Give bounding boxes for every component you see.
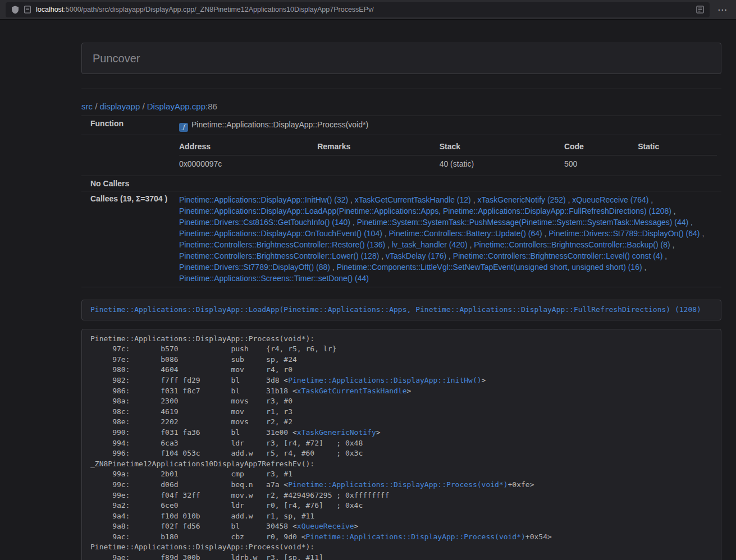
callees-list: Pinetime::Applications::DisplayApp::Init… [175, 191, 721, 287]
breadcrumb-separator: / [93, 102, 100, 111]
url-bar[interactable]: localhost:5000/path/src/displayapp/Displ… [6, 2, 710, 17]
no-callers-cell [175, 176, 721, 191]
loadapp-symbol-link[interactable]: Pinetime::Applications::DisplayApp::Load… [90, 305, 701, 314]
col-header-stack: Stack [440, 138, 564, 155]
breadcrumb: src / displayapp / DisplayApp.cpp:86 [81, 102, 721, 111]
puncover-content: Puncover src / displayapp / DisplayApp.c… [81, 20, 721, 560]
callee-link[interactable]: Pinetime::Controllers::BrightnessControl… [453, 251, 662, 260]
callee-link[interactable]: Pinetime::System::SystemTask::PushMessag… [357, 218, 689, 227]
callee-separator: , [468, 240, 474, 249]
disassembly-panel: Pinetime::Applications::DisplayApp::Proc… [81, 329, 721, 560]
callee-link[interactable]: Pinetime::Applications::DisplayApp::Load… [179, 206, 671, 215]
callee-link[interactable]: Pinetime::Applications::DisplayApp::OnTo… [179, 229, 382, 238]
brand-panel: Puncover [81, 43, 721, 74]
metric-address: 0x0000097c [179, 155, 317, 173]
disasm-symbol-link[interactable]: Pinetime::Applications::DisplayApp::Proc… [288, 480, 508, 489]
callee-separator: , [446, 251, 453, 260]
callee-link[interactable]: Pinetime::Components::LittleVgl::SetNewT… [337, 263, 642, 272]
callee-separator: , [700, 229, 705, 238]
metric-static [638, 155, 717, 173]
metrics-row-label [81, 135, 175, 176]
callee-separator: , [670, 240, 675, 249]
callee-separator: , [379, 251, 386, 260]
callee-link[interactable]: xQueueReceive (764) [572, 195, 648, 204]
disasm-symbol-link[interactable]: Pinetime::Applications::DisplayApp::Proc… [306, 533, 525, 541]
callee-separator: , [382, 229, 389, 238]
callee-link[interactable]: Pinetime::Drivers::St7789::DisplayOff() … [179, 263, 330, 272]
page-info-icon[interactable] [24, 6, 31, 13]
callee-separator: , [648, 195, 653, 204]
disasm-symbol-link[interactable]: xQueueReceive [297, 522, 354, 530]
callee-link[interactable]: Pinetime::Controllers::BrightnessControl… [179, 240, 385, 249]
disasm-symbol-link[interactable]: xTaskGenericNotify [297, 428, 376, 437]
metric-stack: 40 (static) [440, 155, 564, 173]
callee-link[interactable]: Pinetime::Controllers::BrightnessControl… [474, 240, 670, 249]
callee-link[interactable]: lv_task_handler (420) [392, 240, 468, 249]
callee-separator: , [688, 218, 693, 227]
metric-remarks [317, 155, 439, 173]
function-name: Pinetime::Applications::DisplayApp::Proc… [191, 120, 368, 129]
callee-link[interactable]: xTaskGenericNotify (252) [477, 195, 565, 204]
disasm-symbol-link[interactable]: xTaskGetCurrentTaskHandle [297, 387, 407, 395]
browser-toolbar: localhost:5000/path/src/displayapp/Displ… [0, 0, 736, 20]
url-path: :5000/path/src/displayapp/DisplayApp.cpp… [63, 6, 373, 13]
breadcrumb-link-src[interactable]: src [81, 102, 93, 111]
metrics-row: Address Remarks Stack Code Static 0x0000… [81, 135, 721, 176]
function-row: Function ƒPinetime::Applications::Displa… [81, 116, 721, 135]
col-header-code: Code [564, 138, 638, 155]
breadcrumb-separator: / [140, 102, 147, 111]
col-header-address: Address [179, 138, 317, 155]
shield-icon[interactable] [11, 6, 19, 14]
callee-link[interactable]: Pinetime::Controllers::Battery::Update()… [389, 229, 542, 238]
disasm-symbol-link[interactable]: Pinetime::Applications::DisplayApp::Init… [288, 376, 481, 384]
callee-separator: , [542, 229, 549, 238]
url-text: localhost:5000/path/src/displayapp/Displ… [36, 6, 691, 13]
reader-mode-icon[interactable] [696, 6, 704, 13]
callee-link[interactable]: Pinetime::Drivers::Cst816S::GetTouchInfo… [179, 218, 350, 227]
callee-separator: , [385, 240, 392, 249]
col-header-static: Static [638, 138, 717, 155]
col-header-remarks: Remarks [317, 138, 439, 155]
no-callers-label: No Callers [81, 176, 175, 191]
callee-link[interactable]: xTaskGetCurrentTaskHandle (12) [355, 195, 471, 204]
callees-label: Callees (19, Σ=3704 ) [81, 191, 175, 287]
callee-link[interactable]: Pinetime::Applications::Screens::Timer::… [179, 274, 369, 283]
brand-title: Puncover [93, 52, 710, 65]
callee-separator: , [350, 218, 357, 227]
callee-link[interactable]: vTaskDelay (176) [386, 251, 446, 260]
metric-code: 500 [564, 155, 638, 173]
url-host: localhost [36, 6, 63, 13]
callee-link[interactable]: Pinetime::Applications::DisplayApp::Init… [179, 195, 348, 204]
callee-separator: , [662, 251, 667, 260]
page-actions-icon[interactable]: ⋯ [714, 5, 730, 15]
callee-separator: , [671, 206, 676, 215]
callee-link[interactable]: Pinetime::Drivers::St7789::DisplayOn() (… [548, 229, 700, 238]
breadcrumb-link-displayapp[interactable]: displayapp [100, 102, 140, 111]
callee-separator: , [642, 263, 647, 272]
metrics-values-row: 0x0000097c 40 (static) 500 [179, 155, 717, 173]
breadcrumb-link-file[interactable]: DisplayApp.cpp [147, 102, 205, 111]
highlighted-symbol-panel: Pinetime::Applications::DisplayApp::Load… [81, 300, 721, 320]
callee-separator: , [348, 195, 355, 204]
callee-link[interactable]: Pinetime::Controllers::BrightnessControl… [179, 251, 379, 260]
breadcrumb-line-number: :86 [205, 102, 217, 111]
function-label: Function [81, 116, 175, 135]
function-icon: ƒ [179, 123, 188, 132]
function-cell: ƒPinetime::Applications::DisplayApp::Pro… [175, 116, 721, 135]
metrics-header-row: Address Remarks Stack Code Static [179, 138, 717, 155]
function-table: Function ƒPinetime::Applications::Displa… [81, 116, 721, 287]
metrics-table: Address Remarks Stack Code Static 0x0000… [179, 138, 717, 173]
divider [81, 89, 721, 89]
callee-separator: , [566, 195, 573, 204]
callee-separator: , [330, 263, 337, 272]
callee-separator: , [471, 195, 478, 204]
metrics-cell: Address Remarks Stack Code Static 0x0000… [175, 135, 721, 176]
no-callers-row: No Callers [81, 176, 721, 191]
callees-row: Callees (19, Σ=3704 ) Pinetime::Applicat… [81, 191, 721, 287]
